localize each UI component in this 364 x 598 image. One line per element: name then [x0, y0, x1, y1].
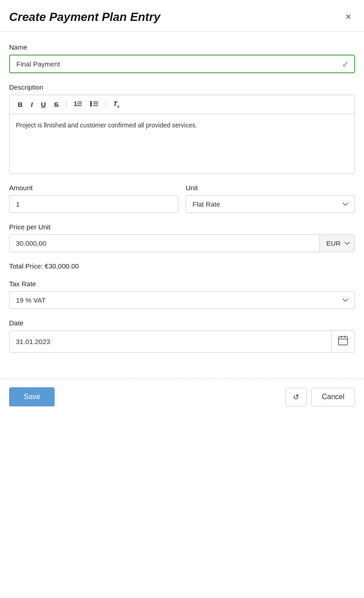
reset-button[interactable]: ↺ [285, 388, 307, 406]
name-label: Name [9, 43, 355, 51]
toolbar-divider-2 [106, 101, 106, 109]
valid-check-icon: ✓ [342, 59, 349, 70]
amount-input[interactable] [9, 195, 178, 213]
bold-button[interactable]: B [15, 99, 25, 110]
tax-rate-label: Tax Rate [9, 280, 355, 288]
unit-field-group: Unit Flat Rate Hourly Daily Monthly [186, 184, 355, 213]
italic-button[interactable]: I [28, 99, 35, 110]
date-label: Date [9, 319, 355, 327]
description-field-group: Description B I U S 1. [9, 83, 355, 174]
date-input[interactable] [10, 333, 331, 350]
svg-point-4 [90, 101, 92, 103]
name-input[interactable] [9, 55, 355, 73]
description-label: Description [9, 83, 355, 91]
toolbar-divider [66, 101, 66, 109]
modal-footer: Save ↺ Cancel [0, 379, 364, 415]
modal-body: Name ✓ Description B I U S 1. [0, 32, 364, 374]
svg-rect-10 [339, 337, 348, 345]
ordered-list-button[interactable]: 1. [71, 99, 85, 110]
price-input-wrapper: EUR USD GBP [9, 234, 355, 252]
total-price-display: Total Price: €30,000.00 [9, 262, 355, 270]
date-input-wrapper [9, 330, 355, 353]
amount-label: Amount [9, 184, 178, 192]
svg-point-6 [90, 105, 92, 106]
price-per-unit-group: Price per Unit EUR USD GBP [9, 223, 355, 252]
editor-toolbar: B I U S 1. [10, 95, 354, 114]
description-editor: B I U S 1. [9, 95, 355, 174]
modal-title: Create Payment Plan Entry [9, 10, 160, 24]
name-field-group: Name ✓ [9, 43, 355, 73]
unordered-list-button[interactable] [87, 99, 101, 110]
save-button[interactable]: Save [9, 387, 55, 406]
tax-rate-group: Tax Rate 19 % VAT 7 % VAT 0 % VAT [9, 280, 355, 309]
create-payment-plan-modal: Create Payment Plan Entry × Name ✓ Descr… [0, 0, 364, 415]
strikethrough-button[interactable]: S [51, 99, 61, 110]
amount-field-group: Amount [9, 184, 178, 213]
amount-unit-row: Amount Unit Flat Rate Hourly Daily Month… [9, 184, 355, 223]
cancel-button[interactable]: Cancel [311, 388, 355, 406]
underline-button[interactable]: U [38, 99, 49, 110]
close-button[interactable]: × [342, 9, 355, 25]
unit-select[interactable]: Flat Rate Hourly Daily Monthly [186, 195, 355, 213]
footer-right-buttons: ↺ Cancel [285, 388, 355, 406]
calendar-icon [338, 335, 348, 345]
name-input-wrapper: ✓ [9, 55, 355, 73]
svg-point-5 [90, 103, 92, 105]
description-input[interactable]: Project is finished and customer confirm… [10, 114, 354, 173]
price-per-unit-label: Price per Unit [9, 223, 355, 231]
price-input[interactable] [10, 235, 319, 252]
modal-header: Create Payment Plan Entry × [0, 0, 364, 32]
calendar-button[interactable] [331, 331, 354, 352]
currency-select[interactable]: EUR USD GBP [319, 235, 354, 252]
clear-format-button[interactable]: Tx [111, 99, 122, 110]
date-field-group: Date [9, 319, 355, 353]
unit-label: Unit [186, 184, 355, 192]
tax-rate-select[interactable]: 19 % VAT 7 % VAT 0 % VAT [9, 291, 355, 309]
